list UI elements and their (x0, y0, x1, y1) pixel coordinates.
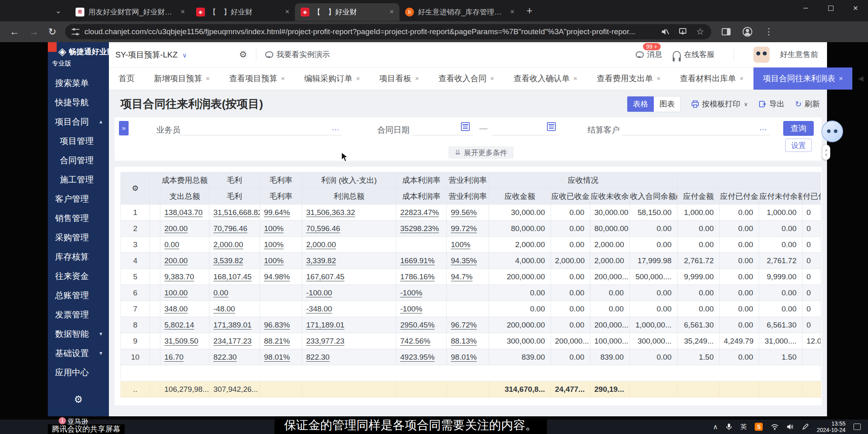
tab-close-icon[interactable]: × (281, 75, 285, 83)
maximize-button[interactable] (818, 0, 843, 16)
cell-link[interactable]: 99.56% (451, 208, 477, 217)
column-header[interactable]: 营业利润率 (447, 188, 489, 205)
customer-picker-icon[interactable]: … (759, 123, 767, 132)
cell-link[interactable]: 88.21% (264, 337, 290, 345)
header-gear-icon[interactable]: ⚙ (239, 49, 247, 60)
browser-tab[interactable]: b好生意进销存_库存管理软件系...× (399, 3, 520, 21)
cell-link[interactable]: 233,977.23 (306, 337, 344, 345)
demo-link[interactable]: 我要看实例演示 (265, 49, 330, 60)
sidebar-gear-icon[interactable]: ⚙ (48, 394, 109, 405)
cell-link[interactable]: 234,177.23 (213, 337, 252, 345)
cell-link[interactable]: 742.56% (400, 337, 430, 345)
sidebar-item-客户管理[interactable]: 客户管理 (48, 189, 109, 209)
cell-link[interactable]: 9,383.70 (164, 272, 194, 281)
cell-link[interactable]: 94.98% (264, 272, 290, 281)
side-panel-icon[interactable] (722, 28, 731, 35)
close-button[interactable]: ✕ (843, 0, 868, 16)
cell-link[interactable]: 822.30 (213, 353, 237, 361)
tab-close-icon[interactable]: × (573, 75, 577, 83)
microphone-icon[interactable] (726, 423, 732, 430)
cell-link[interactable]: 168,107.45 (213, 272, 252, 281)
tab-close-icon[interactable]: × (206, 75, 210, 83)
address-bar[interactable]: cloud.chanjet.com/cc/u3qbjeje1156/fjpeuq… (65, 24, 711, 39)
sidebar-item-库存核算[interactable]: 库存核算 (48, 247, 109, 266)
cell-link[interactable]: 96.72% (451, 321, 477, 329)
cell-link[interactable]: 100% (264, 256, 284, 265)
cell-link[interactable]: 100% (264, 224, 284, 233)
expand-more-button[interactable]: ⇊ 展开更多条件 (448, 146, 514, 159)
cell-link[interactable]: 31,509.50 (164, 337, 199, 345)
cell-link[interactable]: 822.30 (306, 353, 330, 361)
refresh-button[interactable]: ↻ 刷新 (795, 99, 820, 109)
tab-close-icon[interactable]: × (356, 75, 360, 83)
view-table-button[interactable]: 表格 (627, 96, 654, 112)
cell-link[interactable]: 96.83% (264, 321, 290, 329)
reload-button[interactable]: ↻ (48, 26, 56, 37)
cell-link[interactable]: 4923.95% (400, 353, 435, 361)
cell-link[interactable]: 138,043.70 (164, 208, 203, 217)
sidebar-item-项目管理[interactable]: 项目管理 (48, 131, 109, 151)
messages-button[interactable]: 消息 99 + (636, 49, 662, 60)
date-from-input[interactable] (412, 135, 473, 135)
cell-link[interactable]: 100% (264, 240, 284, 249)
assistant-avatar[interactable] (753, 47, 770, 63)
sidebar-item-施工管理[interactable]: 施工管理 (48, 170, 109, 189)
cell-link[interactable]: 3,539.82 (213, 256, 243, 265)
calendar-icon[interactable] (461, 122, 470, 131)
page-tab-查看材料出库单[interactable]: 查看材料出库单× (670, 68, 753, 90)
collapse-filters-button[interactable]: » (119, 121, 129, 135)
tab-close-icon[interactable]: × (285, 8, 289, 16)
tab-close-icon[interactable]: × (740, 75, 744, 83)
bookmark-star-icon[interactable]: ☆ (696, 27, 704, 37)
view-chart-button[interactable]: 图表 (654, 96, 680, 112)
page-tab-项目合同往来利润表[interactable]: 项目合同往来利润表× (753, 68, 853, 90)
cell-link[interactable]: 16.70 (164, 353, 184, 361)
tabs-prev-icon[interactable]: ◀ (858, 74, 863, 83)
cell-link[interactable]: 2,000.00 (213, 240, 243, 249)
online-support-button[interactable]: 在线客服 (673, 49, 714, 60)
page-tab-查看费用支出单[interactable]: 查看费用支出单× (587, 68, 670, 90)
sidebar-item-合同管理[interactable]: 合同管理 (48, 151, 109, 170)
minimize-button[interactable]: ─ (793, 0, 818, 16)
cell-link[interactable]: 171,389.01 (213, 321, 252, 329)
query-button[interactable]: 查询 (783, 121, 814, 136)
tab-close-icon[interactable]: × (657, 75, 661, 83)
sidebar-item-项目合同[interactable]: 项目合同▲ (48, 112, 109, 131)
cell-link[interactable]: 0.00 (164, 240, 179, 249)
browser-tab[interactable]: ◈【 】好业财× (190, 3, 295, 21)
cell-link[interactable]: 100.00 (164, 289, 188, 297)
page-tab-首页[interactable]: 首页 (109, 68, 144, 90)
sidebar-item-销售管理[interactable]: 销售管理 (48, 209, 109, 228)
tab-close-icon[interactable]: × (389, 8, 394, 16)
print-button[interactable]: 按模板打印 ∨ (691, 99, 748, 109)
cell-link[interactable]: 200.00 (164, 256, 188, 265)
sidebar-item-往来资金[interactable]: 往来资金 (48, 266, 109, 286)
page-tab-编辑采购订单[interactable]: 编辑采购订单× (295, 68, 370, 90)
scroll-stepper[interactable]: ∧∨ (822, 145, 830, 160)
sidebar-item-基础设置[interactable]: 基础设置▼ (48, 344, 109, 363)
cell-link[interactable]: 94.35% (451, 256, 477, 265)
column-header[interactable]: 应付未付余额 (759, 188, 802, 205)
sidebar-item-采购管理[interactable]: 采购管理 (48, 228, 109, 247)
cell-link[interactable]: 2,000.00 (306, 240, 336, 249)
cell-link[interactable]: -100.00 (306, 289, 332, 297)
notification-panel-icon[interactable] (854, 424, 861, 430)
cell-link[interactable]: 22823.47% (400, 208, 439, 217)
tab-close-icon[interactable]: × (415, 75, 419, 83)
cell-link[interactable]: 1669.91% (400, 256, 435, 265)
salesman-picker-icon[interactable]: … (332, 123, 340, 132)
tray-expand-icon[interactable]: ∧ (713, 423, 718, 431)
sidebar-item-发票管理[interactable]: 发票管理 (48, 305, 109, 324)
column-header[interactable]: 应付金额 (678, 188, 720, 205)
column-header[interactable]: 应收已收金额 (551, 188, 590, 205)
cell-link[interactable]: -348.00 (306, 305, 332, 313)
cell-link[interactable]: 1786.16% (400, 272, 435, 281)
sidebar-item-应用中心[interactable]: 应用中心 (48, 363, 109, 382)
page-tab-项目看板[interactable]: 项目看板× (370, 68, 429, 90)
customer-input[interactable] (622, 135, 770, 135)
browser-tab[interactable]: 用用友好业财官网_好业财报价_ap× (70, 3, 190, 21)
browser-tab[interactable]: ◈【 】好业财× (295, 3, 399, 21)
column-header[interactable]: 付已付 (802, 188, 821, 205)
cell-link[interactable]: 31,506,363.32 (306, 208, 355, 217)
cell-link[interactable]: 167,607.45 (306, 272, 344, 281)
